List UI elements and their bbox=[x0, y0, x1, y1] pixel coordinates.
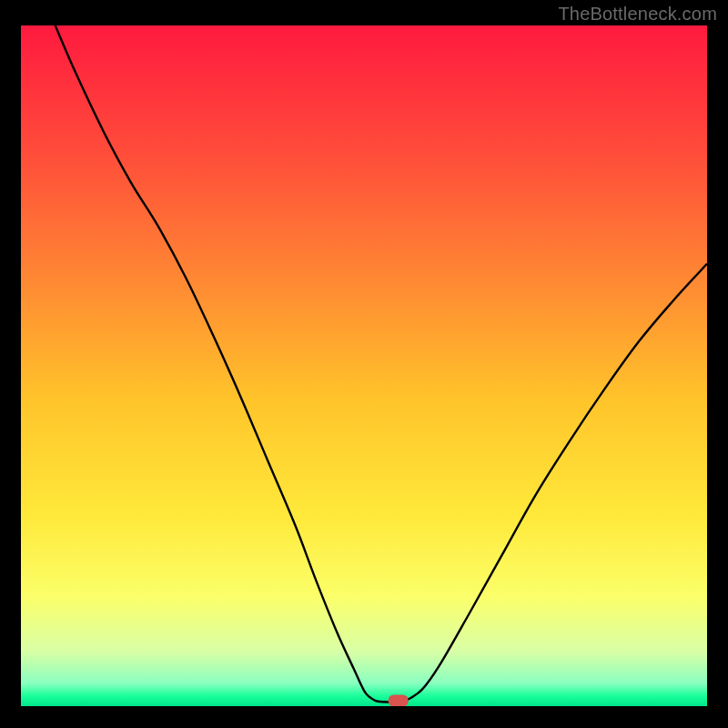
gradient-background bbox=[21, 25, 707, 706]
watermark-label: TheBottleneck.com bbox=[558, 4, 717, 25]
chart-frame: TheBottleneck.com bbox=[0, 0, 728, 728]
optimal-marker bbox=[389, 695, 409, 706]
bottleneck-chart bbox=[21, 25, 707, 706]
plot-area bbox=[21, 25, 707, 706]
